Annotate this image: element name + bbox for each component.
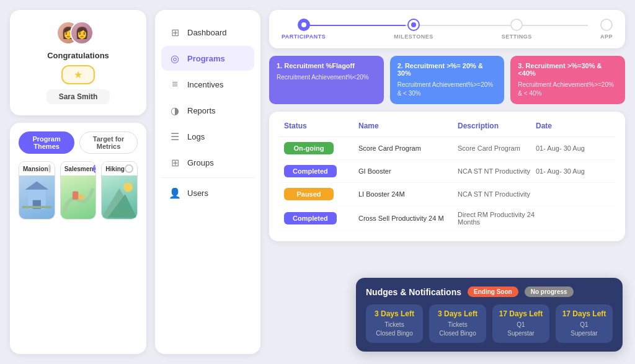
- stepper-circle-4: [600, 19, 613, 31]
- row3-desc: NCA ST NT Productivity: [458, 190, 536, 198]
- recruitment-card-3[interactable]: 3. Recruitment >%=30% & <40% Recruitment…: [510, 56, 625, 104]
- nudge-label-1: TicketsClosed Bingo: [372, 321, 417, 338]
- badge-ending-soon[interactable]: Ending Soon: [468, 286, 518, 297]
- stepper-label-4: APP: [600, 33, 613, 40]
- th-name: Name: [358, 122, 458, 130]
- avatar-2: 👩: [70, 21, 94, 45]
- badge-no-progress[interactable]: No progress: [525, 286, 574, 297]
- congrats-text: Congratulations: [47, 51, 109, 60]
- sidebar-label-incentives: Incentives: [187, 80, 224, 89]
- left-panel: 👩 👩 Congratulations ★ Sara Smith Program…: [10, 10, 146, 354]
- star-badge: ★: [61, 65, 95, 84]
- nudges-title: Nudges & Notifications: [366, 287, 461, 297]
- row4-desc: Direct RM Productivity 24 Months: [458, 211, 536, 226]
- stepper: PARTICIPANTS MILESTONES SETTINGS APP: [282, 19, 613, 40]
- recruitment-card-1[interactable]: 1. Recruitment %Flagoff Recruitment Achi…: [269, 56, 384, 104]
- th-status: Status: [284, 122, 358, 130]
- hiking-image: [102, 175, 137, 219]
- program-themes-tab[interactable]: Program Themes: [19, 131, 74, 154]
- sidebar-item-programs[interactable]: ◎ Programs: [161, 46, 254, 71]
- rc3-desc: Recruitment Achievement%>=20% & < 40%: [518, 81, 618, 98]
- salesmen-image: [61, 175, 96, 219]
- stepper-circle-1: [298, 19, 310, 31]
- stepper-step-participants[interactable]: PARTICIPANTS: [282, 19, 326, 40]
- status-badge-completed-2: Completed: [284, 212, 337, 224]
- incentives-icon: ≡: [169, 78, 181, 91]
- status-cell-2: Completed: [284, 165, 358, 177]
- status-badge-paused: Paused: [284, 188, 334, 200]
- row2-name: GI Booster: [358, 167, 458, 175]
- salesmen-radio[interactable]: [93, 164, 96, 173]
- svg-marker-1: [25, 181, 48, 189]
- theme-card-hiking[interactable]: Hiking: [101, 161, 138, 220]
- avatar-group: 👩 👩: [56, 21, 100, 46]
- logs-icon: ☰: [169, 130, 181, 143]
- sidebar-item-reports[interactable]: ◑ Reports: [161, 98, 254, 123]
- nudge-item-4[interactable]: 17 Days Left Q1Superstar: [556, 304, 613, 343]
- programs-icon: ◎: [169, 52, 181, 64]
- mansion-radio[interactable]: [48, 164, 51, 173]
- status-cell-1: On-going: [284, 142, 358, 154]
- stepper-step-settings[interactable]: SETTINGS: [502, 19, 532, 40]
- users-icon: 👤: [169, 187, 181, 199]
- hiking-radio[interactable]: [125, 164, 133, 173]
- stepper-circle-2: [407, 19, 420, 31]
- user-name: Sara Smith: [47, 89, 110, 104]
- nudge-item-2[interactable]: 3 Days Left TicketsClosed Bingo: [429, 304, 486, 343]
- nudge-days-3: 17 Days Left: [499, 309, 543, 318]
- svg-rect-4: [73, 192, 78, 200]
- table-card: Status Name Description Date On-going Sc…: [269, 112, 625, 241]
- sidebar-label-programs: Programs: [187, 54, 225, 63]
- sidebar-label-dashboard: Dashboard: [187, 28, 227, 37]
- nudge-days-1: 3 Days Left: [372, 309, 417, 318]
- status-cell-3: Paused: [284, 188, 358, 200]
- nudges-header: Nudges & Notifications Ending Soon No pr…: [366, 286, 613, 297]
- dashboard-icon: ⊞: [169, 26, 181, 38]
- table-row[interactable]: On-going Score Card Program Score Card P…: [279, 137, 615, 160]
- mansion-label: Mansion: [23, 166, 48, 172]
- themes-section: Program Themes Target for Metrics Mansio…: [10, 123, 146, 354]
- stepper-label-2: MILESTONES: [394, 33, 433, 40]
- theme-card-salesmen[interactable]: Salesmen: [60, 161, 97, 220]
- hiking-label: Hiking: [105, 166, 125, 172]
- nudge-label-3: Q1Superstar: [499, 321, 543, 338]
- target-metrics-tab[interactable]: Target for Metrics: [79, 131, 138, 154]
- recruitment-cards: 1. Recruitment %Flagoff Recruitment Achi…: [269, 56, 625, 104]
- main-container: 👩 👩 Congratulations ★ Sara Smith Program…: [0, 0, 635, 364]
- nudge-item-1[interactable]: 3 Days Left TicketsClosed Bingo: [366, 304, 423, 343]
- table-row[interactable]: Completed GI Booster NCA ST NT Productiv…: [279, 160, 615, 183]
- svg-point-8: [123, 182, 133, 192]
- mansion-image: [19, 175, 55, 219]
- table-row[interactable]: Paused LI Booster 24M NCA ST NT Producti…: [279, 183, 615, 206]
- recruitment-card-2[interactable]: 2. Recruitment >%= 20% & 30% Recruitment…: [390, 56, 505, 104]
- sidebar-item-dashboard[interactable]: ⊞ Dashboard: [161, 20, 254, 45]
- row1-name: Score Card Program: [358, 144, 458, 152]
- table-row[interactable]: Completed Cross Sell Productivity 24 M D…: [279, 206, 615, 231]
- rc1-desc: Recruitment Achievement%<20%: [277, 73, 376, 82]
- svg-rect-3: [22, 206, 51, 208]
- stepper-label-1: PARTICIPANTS: [282, 33, 326, 40]
- nudge-item-3[interactable]: 17 Days Left Q1Superstar: [492, 304, 549, 343]
- nudge-label-4: Q1Superstar: [562, 321, 606, 338]
- theme-cards: Mansion Salesmen: [19, 161, 138, 220]
- sidebar-label-logs: Logs: [187, 132, 205, 141]
- th-description: Description: [458, 122, 536, 130]
- table-header: Status Name Description Date: [279, 122, 615, 137]
- sidebar-item-incentives[interactable]: ≡ Incentives: [161, 72, 254, 97]
- nudges-items: 3 Days Left TicketsClosed Bingo 3 Days L…: [366, 304, 613, 343]
- sidebar-item-users[interactable]: 👤 Users: [161, 180, 254, 205]
- stepper-step-milestones[interactable]: MILESTONES: [394, 19, 433, 40]
- star-icon: ★: [74, 69, 82, 81]
- status-cell-4: Completed: [284, 212, 358, 224]
- sidebar-item-groups[interactable]: ⊞ Groups: [161, 150, 254, 175]
- themes-tabs: Program Themes Target for Metrics: [19, 131, 138, 154]
- row2-desc: NCA ST NT Productivity: [458, 167, 536, 175]
- row1-date: 01- Aug- 30 Aug: [536, 144, 610, 152]
- stepper-step-app[interactable]: APP: [600, 19, 613, 40]
- row1-desc: Score Card Program: [458, 144, 536, 152]
- rc2-title: 2. Recruitment >%= 20% & 30%: [397, 62, 497, 77]
- sidebar-item-logs[interactable]: ☰ Logs: [161, 124, 254, 149]
- theme-card-mansion[interactable]: Mansion: [19, 161, 55, 220]
- nudge-label-2: TicketsClosed Bingo: [435, 321, 480, 338]
- congrats-card: 👩 👩 Congratulations ★ Sara Smith: [10, 10, 146, 115]
